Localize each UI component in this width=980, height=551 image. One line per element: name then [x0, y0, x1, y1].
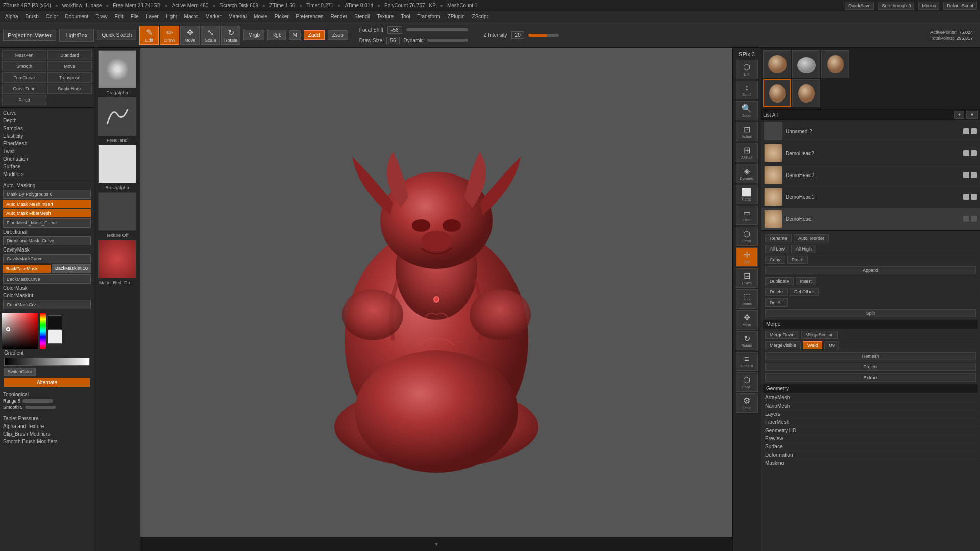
lightbox-button[interactable]: LightBox [59, 29, 94, 42]
auto-reorder-button[interactable]: AutoReorder [794, 234, 829, 242]
rgb-button[interactable]: Rgb [267, 30, 286, 40]
append-button[interactable]: Append [765, 266, 976, 274]
tablet-pressure-label[interactable]: Tablet Pressure [3, 415, 91, 422]
smooth-brush-label[interactable]: Smooth Brush Modifiers [3, 438, 91, 445]
directional-label[interactable]: Directional [3, 228, 91, 236]
subtool-vis-dot-head[interactable] [963, 216, 969, 222]
del-other-button[interactable]: Del Other [790, 288, 819, 296]
rotate-rt-button[interactable]: ↻Rotate [736, 331, 758, 350]
frame-button[interactable]: ⬚Frame [736, 289, 758, 309]
gradient-bar[interactable] [4, 358, 90, 366]
twist-label[interactable]: Twist [3, 147, 91, 155]
merge-visible-button[interactable]: MergeVisible [765, 341, 801, 349]
paste-button[interactable]: Paste [787, 256, 808, 264]
scale-button[interactable]: ⤡ Scale [201, 26, 220, 45]
focal-shift-slider[interactable] [406, 28, 469, 31]
hue-bar[interactable] [40, 313, 46, 349]
menu-item-light[interactable]: Light [163, 13, 180, 20]
geometry-hd-label[interactable]: Geometry HD [765, 428, 976, 433]
menu-item-marker[interactable]: Marker [202, 13, 224, 20]
brush-alpha-thumb[interactable] [98, 145, 136, 183]
subtool-vis-dot-1[interactable] [963, 194, 969, 200]
move-button[interactable]: ✥ Move [180, 26, 200, 45]
menu-item-transform[interactable]: Transform [414, 13, 443, 20]
tool-thumb-2[interactable] [792, 50, 820, 78]
brush-move[interactable]: Move [47, 61, 92, 71]
menu-item-zplugin[interactable]: ZPlugin [445, 13, 468, 20]
menu-item-macro[interactable]: Macro [181, 13, 202, 20]
tool-thumb-active[interactable] [763, 79, 791, 107]
alpha-texture-label[interactable]: Alpha and Texture [3, 422, 91, 430]
alternate-button[interactable]: Alternate [4, 378, 90, 387]
modifiers-label[interactable]: Modifiers [3, 170, 91, 178]
default-script-button[interactable]: DefaultScript [943, 2, 977, 10]
surface-geo-label[interactable]: Surface [765, 444, 976, 449]
local-button[interactable]: ⬡Local [736, 227, 758, 246]
menu-item-zscript[interactable]: ZScript [469, 13, 492, 20]
edit-button[interactable]: ✎ Edit [139, 26, 159, 45]
m-button[interactable]: M [289, 30, 300, 40]
aahalf-button[interactable]: ⊞AAHalf [736, 143, 758, 162]
menus-button[interactable]: Menus [918, 2, 939, 10]
lsym-button[interactable]: ⊟L Sym [736, 268, 758, 288]
directional-mask-curve-button[interactable]: DirectionalMask_Curve [3, 236, 91, 245]
see-through-button[interactable]: See-through 0 [878, 2, 914, 10]
color-mask-label[interactable]: ColorMask [3, 284, 91, 292]
menu-item-render[interactable]: Render [328, 13, 351, 20]
subtool-lock-dot[interactable] [971, 128, 977, 134]
color-picker-box[interactable] [2, 313, 38, 349]
rotate-button[interactable]: ↻ Rotate [221, 26, 240, 45]
setup-button[interactable]: ⚙Setup [736, 393, 758, 413]
menu-item-draw[interactable]: Draw [92, 13, 110, 20]
masking-label[interactable]: Masking [765, 460, 976, 465]
subtool-lock-dot-1[interactable] [971, 194, 977, 200]
swatch-white[interactable] [48, 330, 62, 344]
uv-button[interactable]: Uv [824, 341, 839, 349]
duplicate-button[interactable]: Duplicate [765, 277, 794, 285]
smooth-slider[interactable] [25, 406, 56, 409]
persp-button[interactable]: ⬜Persp [736, 185, 758, 204]
brush-transpose[interactable]: Transpose [47, 72, 92, 83]
auto-mask-mesh-insert-button[interactable]: Auto Mask Mesh Insert [3, 200, 91, 208]
floor-button[interactable]: ▭Floor [736, 206, 758, 225]
back-mask-curve-button[interactable]: BackMaskCurve [3, 274, 91, 284]
brush-smooth[interactable]: Smooth [2, 61, 46, 71]
swatch-black[interactable] [48, 315, 62, 330]
project-button[interactable]: Project [765, 363, 976, 371]
remesh-button[interactable]: Remesh [765, 352, 976, 360]
mrgb-button[interactable]: Mrgb [243, 30, 264, 40]
move-rt-button[interactable]: ✥Move [736, 310, 758, 330]
brush-curvetube[interactable]: CurveTube [2, 84, 46, 94]
subtool-item-unnamed[interactable]: Unnamed 2 [761, 120, 980, 142]
brush-mastpen[interactable]: MastPen [2, 50, 46, 60]
menu-item-brush[interactable]: Brush [22, 13, 42, 20]
mask-by-polygroups-button[interactable]: Mask By Polygroups 0 [3, 190, 91, 199]
menu-item-picker[interactable]: Picker [272, 13, 292, 20]
range-slider[interactable] [22, 399, 53, 403]
subtool-lock-dot-head[interactable] [971, 216, 977, 222]
tool-thumb-3[interactable] [821, 50, 849, 78]
menu-item-preferences[interactable]: Preferences [293, 13, 327, 20]
deformation-label[interactable]: Deformation [765, 452, 976, 458]
fibermesh-label[interactable]: FiberMesh [3, 140, 91, 147]
menu-item-file[interactable]: File [128, 13, 142, 20]
del-all-button[interactable]: Del All [765, 298, 788, 307]
brush-standard[interactable]: Standard [47, 50, 92, 60]
drag-alpha-thumb[interactable] [98, 50, 136, 88]
layers-label[interactable]: Layers [765, 411, 976, 417]
subtool-down-button[interactable]: ▼ [966, 111, 978, 119]
quick-sketch-button[interactable]: Quick Sketch [97, 30, 136, 40]
all-low-button[interactable]: All Low [765, 245, 789, 253]
auto-mask-fibermesh-button[interactable]: Auto Mask FiberMesh [3, 209, 91, 217]
dynamic-button[interactable]: ◈Dynamic [736, 164, 758, 183]
tool-thumb-1[interactable] [763, 50, 791, 78]
freehand-thumb[interactable] [98, 97, 136, 136]
color-mask-int-label[interactable]: ColorMaskInt [3, 292, 91, 299]
matte-red-thumb[interactable] [98, 240, 136, 278]
zadd-button[interactable]: Zadd [304, 30, 325, 40]
subtool-vis-dot-2b[interactable] [963, 172, 969, 178]
linefill-button[interactable]: ≡Line Fill [736, 352, 758, 371]
preview-label[interactable]: Preview [765, 436, 976, 441]
array-mesh-label[interactable]: ArrayMesh [765, 395, 976, 400]
menu-item-tool[interactable]: Tool [398, 13, 413, 20]
